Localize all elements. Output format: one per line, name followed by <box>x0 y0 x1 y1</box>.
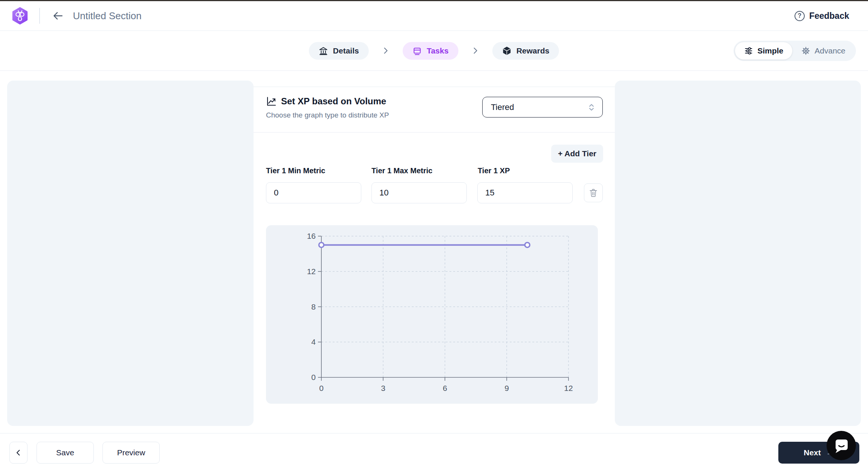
mode-simple[interactable]: Simple <box>735 42 792 60</box>
footer-back-button[interactable] <box>9 442 28 464</box>
footer-bar: Save Preview Next → <box>0 433 868 470</box>
next-button-label: Next <box>804 448 821 457</box>
step-rewards-label: Rewards <box>517 46 550 55</box>
chat-launcher-button[interactable] <box>827 431 856 460</box>
gear-icon <box>801 46 810 55</box>
save-button[interactable]: Save <box>37 442 94 464</box>
select-chevrons-icon <box>587 102 596 112</box>
svg-text:8: 8 <box>311 302 316 311</box>
tier1-xp-label: Tier 1 XP <box>478 166 510 175</box>
help-icon: ? <box>795 11 805 21</box>
step-rewards[interactable]: Rewards <box>492 42 559 60</box>
tier1-min-input[interactable] <box>266 182 361 203</box>
svg-text:0: 0 <box>319 384 324 392</box>
main-area: Set XP based on Volume Choose the graph … <box>0 71 868 433</box>
stepper: Details Tasks Re <box>309 42 559 60</box>
preview-button[interactable]: Preview <box>102 442 160 464</box>
feedback-label: Feedback <box>809 11 849 21</box>
mode-simple-label: Simple <box>757 46 783 55</box>
tier1-max-label: Tier 1 Max Metric <box>371 166 432 175</box>
mode-toggle: Simple Advance <box>734 41 856 61</box>
sliders-icon <box>744 46 753 55</box>
graph-type-value: Tiered <box>491 102 587 112</box>
bank-icon <box>319 46 328 55</box>
xp-section-header: Set XP based on Volume Choose the graph … <box>254 87 615 133</box>
tier1-xp-input[interactable] <box>477 182 573 203</box>
svg-text:4: 4 <box>311 337 316 346</box>
left-panel <box>7 81 254 426</box>
mode-advance-label: Advance <box>815 46 845 55</box>
svg-text:12: 12 <box>307 267 316 276</box>
chevron-right-icon <box>381 46 391 56</box>
step-details[interactable]: Details <box>309 42 369 60</box>
trash-icon <box>588 188 598 198</box>
step-details-label: Details <box>333 46 359 55</box>
app-logo-icon[interactable] <box>12 7 28 25</box>
stepper-bar: Details Tasks Re <box>0 31 868 71</box>
mode-advance[interactable]: Advance <box>792 42 854 60</box>
svg-text:12: 12 <box>564 384 573 392</box>
tier1-max-input[interactable] <box>371 182 467 203</box>
trend-chart-icon <box>266 96 277 107</box>
step-tasks-label: Tasks <box>427 46 449 55</box>
feedback-button[interactable]: ? Feedback <box>795 11 849 21</box>
xp-section-subtitle: Choose the graph type to distribute XP <box>266 111 389 119</box>
header-divider <box>39 8 40 24</box>
svg-text:0: 0 <box>311 373 316 381</box>
layers-icon <box>413 46 422 55</box>
svg-text:3: 3 <box>381 384 385 392</box>
svg-text:6: 6 <box>443 384 447 392</box>
add-tier-button[interactable]: + Add Tier <box>551 145 603 163</box>
app-header: Untitled Section ? Feedback <box>0 1 868 31</box>
delete-tier-button[interactable] <box>584 183 603 202</box>
xp-chart: 0481216036912 <box>266 225 598 404</box>
tier1-min-label: Tier 1 Min Metric <box>266 166 325 175</box>
chat-bubble-icon <box>827 431 856 460</box>
svg-text:16: 16 <box>307 232 316 240</box>
graph-type-select[interactable]: Tiered <box>482 97 603 118</box>
chevron-right-icon <box>471 46 480 56</box>
cube-icon <box>502 46 512 55</box>
xp-chart-card: 0481216036912 <box>266 225 598 404</box>
chevron-left-icon <box>14 448 23 457</box>
page-title: Untitled Section <box>73 10 142 22</box>
step-tasks[interactable]: Tasks <box>403 42 458 60</box>
xp-section-title: Set XP based on Volume <box>281 96 386 107</box>
right-panel <box>615 81 861 426</box>
back-arrow-icon[interactable] <box>52 10 64 22</box>
task-config-column: Set XP based on Volume Choose the graph … <box>254 71 615 433</box>
svg-text:9: 9 <box>504 384 509 392</box>
